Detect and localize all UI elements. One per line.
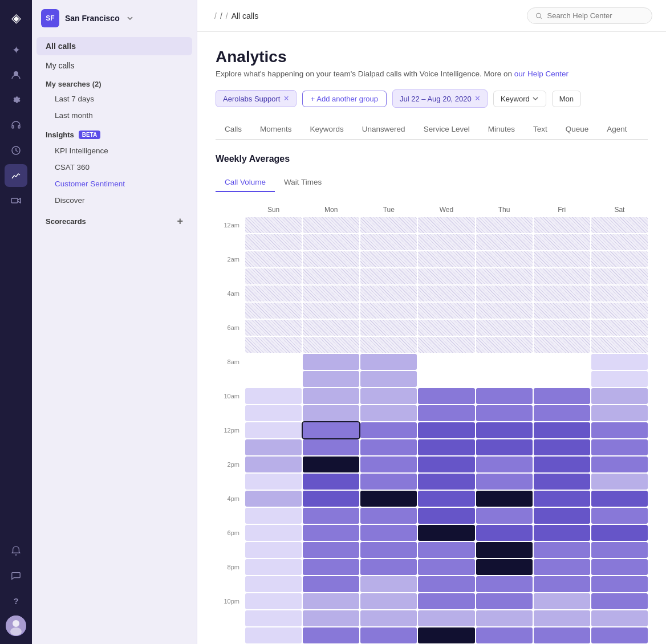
workspace-selector[interactable]: SF San Francisco <box>32 9 197 36</box>
heatmap-cell[interactable] <box>245 508 302 524</box>
heatmap-cell[interactable] <box>591 388 648 404</box>
heatmap-cell[interactable] <box>534 388 590 404</box>
heatmap-cell[interactable] <box>303 303 359 319</box>
heatmap-cell[interactable] <box>303 508 359 524</box>
heatmap-cell[interactable] <box>418 303 474 319</box>
heatmap-cell[interactable] <box>534 286 590 301</box>
heatmap-cell[interactable] <box>303 217 359 233</box>
heatmap-cell[interactable] <box>591 610 648 626</box>
heatmap-cell[interactable] <box>534 405 590 421</box>
heatmap-cell[interactable] <box>591 422 648 438</box>
heatmap-cell[interactable] <box>360 286 417 301</box>
heatmap-cell[interactable] <box>245 474 302 490</box>
tab-calls[interactable]: Calls <box>216 119 251 140</box>
heatmap-cell[interactable] <box>418 610 474 626</box>
heatmap-cell[interactable] <box>303 627 359 643</box>
sidebar-item-my-calls[interactable]: My calls <box>36 56 192 75</box>
heatmap-cell[interactable] <box>476 627 533 643</box>
heatmap-cell[interactable] <box>534 422 590 438</box>
heatmap-cell[interactable] <box>303 525 359 541</box>
heatmap-cell[interactable] <box>534 559 590 575</box>
heatmap-cell[interactable] <box>476 593 533 609</box>
heatmap-cell[interactable] <box>360 303 417 319</box>
heatmap-cell[interactable] <box>303 388 359 404</box>
heatmap-cell[interactable] <box>360 354 417 370</box>
help-center-link[interactable]: our Help Center <box>514 70 568 78</box>
heatmap-cell[interactable] <box>303 405 359 421</box>
heatmap-cell[interactable] <box>476 234 533 250</box>
heatmap-cell[interactable] <box>303 542 359 558</box>
heatmap-cell[interactable] <box>591 234 648 250</box>
tab-service-level[interactable]: Service Level <box>415 119 479 140</box>
heatmap-cell[interactable] <box>418 542 474 558</box>
heatmap-cell[interactable] <box>476 456 533 472</box>
heatmap-cell[interactable] <box>591 439 648 455</box>
heatmap-cell[interactable] <box>591 542 648 558</box>
heatmap-cell[interactable] <box>245 234 302 250</box>
heatmap-cell[interactable] <box>534 542 590 558</box>
scorecards-section[interactable]: Scorecards + <box>32 209 197 231</box>
heatmap-cell[interactable] <box>303 559 359 575</box>
heatmap-cell[interactable] <box>418 217 474 233</box>
heatmap-cell[interactable] <box>476 354 533 370</box>
heatmap-cell[interactable] <box>418 593 474 609</box>
heatmap-cell[interactable] <box>245 456 302 472</box>
sub-tab-wait-times[interactable]: Wait Times <box>275 173 331 192</box>
heatmap-cell[interactable] <box>418 456 474 472</box>
heatmap-cell[interactable] <box>476 337 533 353</box>
heatmap-cell[interactable] <box>360 405 417 421</box>
heatmap-cell[interactable] <box>534 354 590 370</box>
heatmap-cell[interactable] <box>534 234 590 250</box>
heatmap-cell[interactable] <box>591 627 648 643</box>
heatmap-cell[interactable] <box>360 542 417 558</box>
heatmap-cell[interactable] <box>303 354 359 370</box>
heatmap-cell[interactable] <box>476 405 533 421</box>
avatar[interactable] <box>5 614 27 637</box>
heatmap-cell[interactable] <box>476 388 533 404</box>
sidebar-item-last-month[interactable]: Last month <box>36 108 192 123</box>
heatmap-cell[interactable] <box>360 525 417 541</box>
sidebar-item-sentiment[interactable]: Customer Sentiment <box>36 176 192 191</box>
heatmap-cell[interactable] <box>303 456 359 472</box>
search-box[interactable] <box>527 7 652 24</box>
heatmap-cell[interactable] <box>245 217 302 233</box>
tab-agent[interactable]: Agent <box>598 119 636 140</box>
heatmap-cell[interactable] <box>245 610 302 626</box>
heatmap-cell[interactable] <box>591 508 648 524</box>
search-input[interactable] <box>547 11 644 20</box>
heatmap-cell[interactable] <box>245 268 302 284</box>
heatmap-cell[interactable] <box>360 627 417 643</box>
sparkle-icon[interactable]: ✦ <box>5 39 27 62</box>
heatmap-cell[interactable] <box>591 286 648 301</box>
help-icon[interactable]: ? <box>5 589 27 612</box>
sidebar-item-all-calls[interactable]: All calls <box>36 37 192 55</box>
heatmap-cell[interactable] <box>418 559 474 575</box>
heatmap-cell[interactable] <box>476 610 533 626</box>
history-icon[interactable] <box>5 139 27 162</box>
heatmap-cell[interactable] <box>245 251 302 267</box>
heatmap-cell[interactable] <box>418 388 474 404</box>
heatmap-cell[interactable] <box>303 234 359 250</box>
heatmap-cell[interactable] <box>303 371 359 387</box>
heatmap-cell[interactable] <box>303 593 359 609</box>
heatmap-cell[interactable] <box>591 251 648 267</box>
tab-queue[interactable]: Queue <box>557 119 598 140</box>
heatmap-cell[interactable] <box>591 525 648 541</box>
heatmap-cell[interactable] <box>245 525 302 541</box>
heatmap-cell[interactable] <box>476 422 533 438</box>
heatmap-cell[interactable] <box>245 286 302 301</box>
bell-icon[interactable] <box>5 539 27 562</box>
heatmap-cell[interactable] <box>360 422 417 438</box>
heatmap-cell[interactable] <box>534 303 590 319</box>
sidebar-item-last7days[interactable]: Last 7 days <box>36 91 192 107</box>
analytics-icon[interactable] <box>5 164 27 187</box>
heatmap-cell[interactable] <box>591 456 648 472</box>
heatmap-cell[interactable] <box>476 303 533 319</box>
heatmap-cell[interactable] <box>303 491 359 507</box>
video-icon[interactable] <box>5 189 27 212</box>
heatmap-cell[interactable] <box>245 576 302 592</box>
headset-icon[interactable] <box>5 114 27 137</box>
heatmap-cell[interactable] <box>245 542 302 558</box>
sidebar-item-discover[interactable]: Discover <box>36 193 192 208</box>
tab-text[interactable]: Text <box>524 119 557 140</box>
